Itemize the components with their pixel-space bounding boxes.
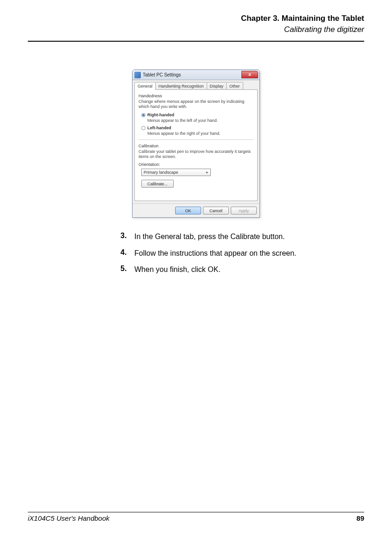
calibrate-button[interactable]: Calibrate... [141,180,174,188]
close-button[interactable]: X [241,71,258,78]
step-text-pre: When you finish, click [134,265,208,273]
section-title: Calibrating the digitizer [28,25,364,34]
step-text-pre: In the General tab, press the [134,233,230,240]
header-rule [28,41,364,42]
handedness-desc: Change where menus appear on the screen … [139,99,253,110]
chevron-down-icon: ▼ [205,171,209,174]
page-header: Chapter 3. Maintaining the Tablet Calibr… [28,14,364,37]
step-text-post: . [218,265,220,273]
titlebar[interactable]: Tablet PC Settings X [133,70,259,80]
dialog-footer: OK Cancel Apply [133,203,259,217]
chapter-title: Chapter 3. Maintaining the Tablet [28,14,364,23]
handedness-label: Handedness [139,94,253,98]
apply-button[interactable]: Apply [231,207,257,214]
radio-right-label: Right-handed [147,113,174,117]
cancel-button[interactable]: Cancel [203,207,229,214]
step-number: 3. [120,232,134,242]
tablet-settings-icon [134,72,141,78]
step-text: Follow the instructions that appear on t… [134,248,297,259]
dialog-wrapper: Tablet PC Settings X General Handwriting… [28,69,364,218]
ui-label-calibrate: Calibrate [230,233,260,240]
ok-button[interactable]: OK [175,207,201,214]
ui-label-ok: OK [208,265,218,273]
step-number: 4. [120,248,134,259]
tab-handwriting[interactable]: Handwriting Recognition [155,82,207,90]
content-area: Tablet PC Settings X General Handwriting… [28,69,364,512]
page-footer: iX104C5 User's Handbook 89 [28,512,364,522]
step-4: 4. Follow the instructions that appear o… [120,248,364,259]
tablet-pc-settings-dialog: Tablet PC Settings X General Handwriting… [132,69,260,218]
group-separator [139,139,253,140]
radio-icon [141,113,145,117]
step-text: In the General tab, press the Calibrate … [134,232,285,242]
tab-display[interactable]: Display [207,82,227,90]
step-text: When you finish, click OK. [134,265,221,275]
radio-icon [141,126,145,130]
calibration-desc: Calibrate your tablet pen to improve how… [139,149,253,160]
tab-content-general: Handedness Change where menus appear on … [134,89,258,201]
instruction-list: 3. In the General tab, press the Calibra… [120,232,364,275]
footer-handbook-title: iX104C5 User's Handbook [28,514,109,522]
step-3: 3. In the General tab, press the Calibra… [120,232,364,242]
step-5: 5. When you finish, click OK. [120,265,364,275]
orientation-dropdown[interactable]: Primary landscape ▼ [141,169,211,176]
radio-right-handed[interactable]: Right-handed [141,113,253,117]
footer-page-number: 89 [356,514,364,522]
tab-other[interactable]: Other [226,82,243,90]
radio-left-sub: Menus appear to the right of your hand. [147,131,253,136]
orientation-label: Orientation: [139,162,253,167]
orientation-value: Primary landscape [144,170,178,175]
step-text-post: button. [260,233,285,240]
radio-left-label: Left-handed [147,126,171,130]
radio-left-handed[interactable]: Left-handed [141,126,253,130]
titlebar-text: Tablet PC Settings [143,72,181,77]
step-number: 5. [120,265,134,275]
tab-general[interactable]: General [134,82,156,90]
calibration-label: Calibration [139,144,253,148]
tab-strip: General Handwriting Recognition Display … [134,82,258,90]
radio-right-sub: Menus appear to the left of your hand. [147,118,253,123]
close-icon: X [248,72,251,77]
